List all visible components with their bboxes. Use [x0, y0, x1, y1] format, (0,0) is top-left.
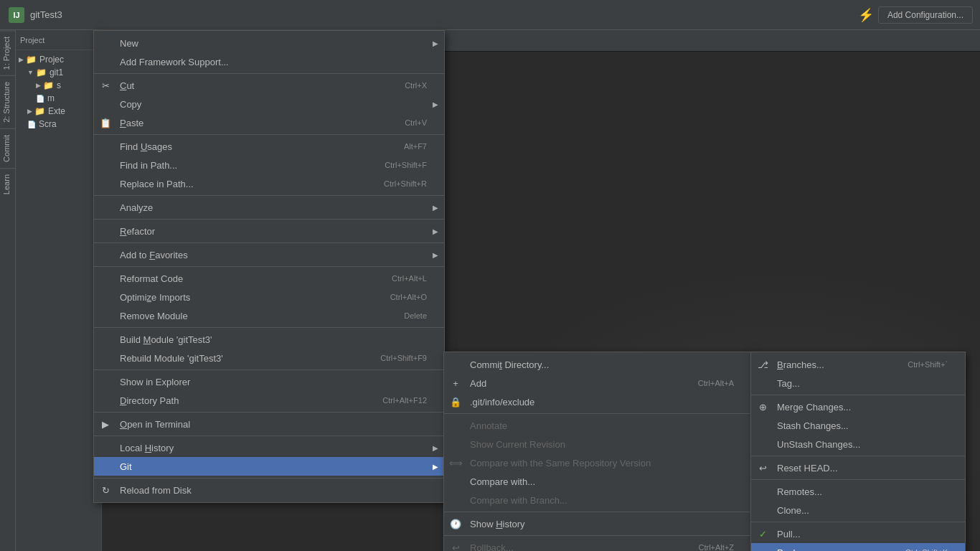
menu-item-build-module[interactable]: Build Module 'gitTest3'	[94, 330, 444, 349]
add-configuration-button[interactable]: Add Configuration...	[878, 6, 973, 24]
menu-item-remove-module[interactable]: Remove Module Delete	[94, 306, 444, 325]
menu-label: Find in Path...	[120, 160, 177, 171]
menu-item-pull[interactable]: ✓ Pull...	[751, 524, 965, 543]
menu-separator	[94, 195, 444, 196]
app-icon-label: IJ	[13, 11, 19, 19]
menu-label: Reload from Disk	[120, 485, 192, 496]
menu-item-compare-with[interactable]: Compare with...	[444, 472, 751, 491]
menu-item-compare-with-branch: Compare with Branch...	[444, 491, 751, 509]
submenu-arrow-icon: ▶	[433, 444, 438, 452]
menu-item-merge-changes[interactable]: ⊕ Merge Changes...	[751, 397, 965, 416]
menu-item-replace-in-path[interactable]: Replace in Path... Ctrl+Shift+R	[94, 174, 444, 193]
tree-item-project[interactable]: ▶ 📁 Projec	[16, 53, 101, 66]
shortcut-label: Ctrl+Alt+Z	[684, 543, 734, 551]
add-icon: +	[448, 378, 463, 389]
menu-item-rebuild-module[interactable]: Rebuild Module 'gitTest3' Ctrl+Shift+F9	[94, 349, 444, 367]
tree-item-label: m	[47, 93, 55, 103]
menu-item-show-current-revision: Show Current Revision	[444, 435, 751, 453]
vtab-structure[interactable]: 2: Structure	[0, 75, 16, 128]
menu-item-find-in-path[interactable]: Find in Path... Ctrl+Shift+F	[94, 156, 444, 174]
menu-item-remotes[interactable]: Remotes...	[751, 482, 965, 501]
menu-item-directory-path[interactable]: Directory Path Ctrl+Alt+F12	[94, 391, 444, 410]
menu-item-compare-same-repo: ⟺ Compare with the Same Repository Versi…	[444, 453, 751, 472]
run-icon: ⚡	[858, 7, 874, 23]
reload-icon: ↻	[98, 485, 113, 496]
project-panel-header: Project	[16, 30, 101, 50]
project-panel-title: Project	[20, 36, 44, 44]
push-icon: ▲	[755, 547, 770, 552]
menu-separator	[94, 219, 444, 220]
submenu-arrow-icon: ▶	[433, 204, 438, 212]
tree-item-label: Scra	[39, 119, 57, 129]
menu-item-add-to-favorites[interactable]: Add to Favorites ▶	[94, 245, 444, 264]
menu-separator	[94, 266, 444, 267]
menu-label: Paste	[120, 118, 143, 128]
menu-label: Cut	[120, 80, 134, 91]
menu-item-push[interactable]: ▲ Push... Ctrl+Shift+K	[751, 543, 965, 551]
menu-item-add[interactable]: + Add Ctrl+Alt+A	[444, 374, 751, 392]
menu-item-refactor[interactable]: Refactor ▶	[94, 222, 444, 240]
tree-item-s[interactable]: ▶ 📁 s	[16, 79, 101, 92]
shortcut-label: Ctrl+X	[390, 81, 427, 90]
tree-item-exte[interactable]: ▶ 📁 Exte	[16, 105, 101, 118]
menu-item-local-history[interactable]: Local History ▶	[94, 438, 444, 457]
menu-label: Directory Path	[120, 395, 179, 406]
menu-item-git[interactable]: Git ▶	[94, 457, 444, 476]
shortcut-label: Ctrl+Shift+F	[370, 161, 427, 169]
file-icon: 📄	[36, 95, 44, 103]
menu-item-reload-from-disk[interactable]: ↻ Reload from Disk	[94, 481, 444, 499]
rollback-icon: ↩	[448, 542, 463, 552]
menu-label: Commit Directory...	[470, 359, 549, 370]
vtab-project[interactable]: 1: Project	[0, 30, 16, 75]
vtab-commit[interactable]: Commit	[0, 128, 16, 168]
tree-item-git1[interactable]: ▼ 📁 git1	[16, 66, 101, 79]
menu-item-copy[interactable]: Copy ▶	[94, 95, 444, 113]
menu-item-open-in-terminal[interactable]: ▶ Open in Terminal	[94, 415, 444, 433]
menu-label: Show History	[470, 519, 525, 529]
shortcut-label: Ctrl+Shift+F9	[366, 354, 427, 362]
menu-item-analyze[interactable]: Analyze ▶	[94, 198, 444, 217]
menu-label: Add to Favorites	[120, 250, 188, 260]
menu-item-find-usages[interactable]: Find Usages Alt+F7	[94, 137, 444, 156]
menu-item-add-framework[interactable]: Add Framework Support...	[94, 52, 444, 71]
menu-item-reformat-code[interactable]: Reformat Code Ctrl+Alt+L	[94, 269, 444, 288]
menu-item-unstash-changes[interactable]: UnStash Changes...	[751, 435, 965, 453]
menu-item-annotate: Annotate	[444, 416, 751, 435]
menu-separator	[444, 535, 751, 536]
tree-item-scra[interactable]: 📄 Scra	[16, 118, 101, 131]
shortcut-label: Delete	[390, 311, 427, 320]
project-panel: Project ▶ 📁 Projec ▼ 📁 git1 ▶ 📁 s 📄 m	[16, 30, 102, 551]
menu-item-reset-head[interactable]: ↩ Reset HEAD...	[751, 458, 965, 477]
menu-item-new[interactable]: New ▶	[94, 34, 444, 52]
menu-label: Push...	[777, 547, 806, 552]
menu-item-git-info-exclude[interactable]: 🔒 .git/info/exclude	[444, 392, 751, 411]
menu-item-clone[interactable]: Clone...	[751, 501, 965, 519]
menu-item-rollback: ↩ Rollback... Ctrl+Alt+Z	[444, 538, 751, 551]
menu-label: Git	[120, 461, 132, 472]
menu-item-optimize-imports[interactable]: Optimize Imports Ctrl+Alt+O	[94, 288, 444, 306]
menu-label: Remove Module	[120, 311, 188, 321]
reset-icon: ↩	[755, 463, 770, 474]
menu-item-tag[interactable]: Tag...	[751, 374, 965, 392]
menu-label: Reformat Code	[120, 273, 183, 284]
menu-item-branches[interactable]: ⎇ Branches... Ctrl+Shift+`	[751, 355, 965, 374]
shortcut-label: Ctrl+Shift+R	[369, 179, 427, 188]
shortcut-label: Ctrl+Alt+F12	[368, 396, 427, 405]
tree-item-label: Projec	[39, 55, 64, 65]
menu-item-commit-directory[interactable]: Commit Directory...	[444, 355, 751, 374]
menu-label: Add Framework Support...	[120, 57, 229, 67]
tree-item-m[interactable]: 📄 m	[16, 92, 101, 105]
menu-item-paste[interactable]: 📋 Paste Ctrl+V	[94, 113, 444, 132]
menu-item-stash-changes[interactable]: Stash Changes...	[751, 416, 965, 435]
menu-label: Rollback...	[470, 542, 514, 552]
vtab-learn[interactable]: Learn	[0, 168, 16, 200]
menu-label: Tag...	[777, 378, 800, 389]
menu-item-show-in-explorer[interactable]: Show in Explorer	[94, 372, 444, 391]
menu-item-cut[interactable]: ✂ Cut Ctrl+X	[94, 76, 444, 95]
menu-label: New	[120, 38, 138, 49]
shortcut-label: Ctrl+Alt+A	[684, 379, 734, 387]
menu-label: Remotes...	[777, 486, 822, 497]
menu-label: Reset HEAD...	[777, 463, 838, 474]
menu-item-show-history[interactable]: 🕐 Show History	[444, 514, 751, 533]
menu-label: Analyze	[120, 202, 153, 213]
